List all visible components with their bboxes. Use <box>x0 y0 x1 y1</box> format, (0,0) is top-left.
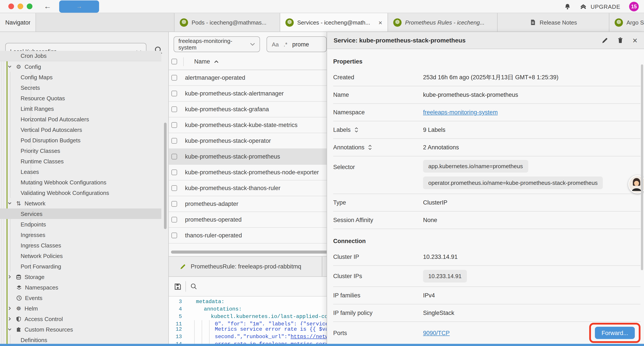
table-row[interactable]: kube-prometheus-stack-prometheus-node-ex… <box>169 165 331 180</box>
row-checkbox[interactable] <box>172 138 177 144</box>
tab-prometheus-rules[interactable]: ☸ Prometheus Rules - icecheng... <box>388 13 498 31</box>
forward-arrow-icon[interactable]: → <box>59 0 99 12</box>
bell-icon[interactable] <box>564 3 571 10</box>
sort-ascending-icon[interactable] <box>214 60 219 63</box>
chevron-right-icon[interactable] <box>6 275 12 279</box>
maximize-window-button[interactable] <box>27 3 32 9</box>
row-checkbox[interactable] <box>172 122 177 128</box>
url-link[interactable]: https://netw <box>291 334 328 340</box>
table-row[interactable]: prometheus-adapter <box>169 196 331 212</box>
close-window-button[interactable] <box>8 3 14 9</box>
close-panel-icon[interactable]: × <box>632 36 638 44</box>
sidebar-group-access-control[interactable]: Access Control <box>0 314 161 324</box>
row-checkbox[interactable] <box>172 154 177 159</box>
sidebar-group-config[interactable]: ⚙ Config <box>0 61 161 72</box>
row-checkbox[interactable] <box>172 91 177 96</box>
namespace-link[interactable]: freeleaps-monitoring-system <box>423 109 498 116</box>
editor-search-icon[interactable] <box>190 283 197 290</box>
tab-pods[interactable]: ☸ Pods - icecheng@mathmas... <box>174 13 280 31</box>
table-row[interactable]: kube-prometheus-stack-operator <box>169 133 331 149</box>
table-row[interactable]: kube-prometheus-stack-kube-state-metrics <box>169 117 331 133</box>
sidebar-item-services[interactable]: Services <box>0 209 161 219</box>
close-tab-icon[interactable]: × <box>378 19 382 26</box>
sidebar-item-endpoints[interactable]: Endpoints <box>0 219 161 230</box>
sidebar-item-resource-quotas[interactable]: Resource Quotas <box>0 93 161 103</box>
edit-pencil-icon[interactable] <box>602 37 608 43</box>
chevron-right-icon[interactable] <box>6 317 12 321</box>
match-case-toggle[interactable]: Aa <box>272 41 279 47</box>
sidebar-item-priority-classes[interactable]: Priority Classes <box>0 145 161 156</box>
row-checkbox[interactable] <box>172 75 177 81</box>
table-row-selected[interactable]: kube-prometheus-stack-prometheus <box>169 149 331 165</box>
select-all-checkbox[interactable] <box>172 59 177 64</box>
sidebar-item-namespaces[interactable]: Namespaces <box>0 282 161 293</box>
table-row[interactable]: alertmanager-operated <box>169 70 331 86</box>
sidebar-item-limit-ranges[interactable]: Limit Ranges <box>0 103 161 114</box>
tab-argo[interactable]: ☸ Argo Se <box>609 13 644 31</box>
table-row[interactable]: kube-prometheus-stack-grafana <box>169 102 331 117</box>
port-link-9090[interactable]: 9090/TCP <box>423 330 450 336</box>
sidebar-item-cron-jobs[interactable]: Cron Jobs <box>0 51 161 61</box>
table-row[interactable]: kube-prometheus-stack-thanos-ruler <box>169 180 331 196</box>
table-row[interactable]: kube-prometheus-stack-alertmanager <box>169 86 331 102</box>
sidebar-item-port-forwarding[interactable]: Port Forwarding <box>0 261 161 272</box>
sidebar-item-events[interactable]: Events <box>0 293 161 303</box>
sidebar-item-vertical-pod-autoscalers[interactable]: Vertical Pod Autoscalers <box>0 124 161 135</box>
row-checkbox[interactable] <box>172 169 177 175</box>
sidebar-group-helm[interactable]: ☸ Helm <box>0 303 161 314</box>
filter-search-input[interactable]: Aa .* prome <box>266 36 326 52</box>
sidebar-item-validating-webhook-configurations[interactable]: Validating Webhook Configurations <box>0 187 161 198</box>
sidebar-item-network-policies[interactable]: Network Policies <box>0 251 161 261</box>
trash-icon[interactable] <box>617 37 624 44</box>
sidebar-item-leases[interactable]: Leases <box>0 166 161 177</box>
table-row[interactable]: thanos-ruler-operated <box>169 228 331 244</box>
sidebar-item-runtime-classes[interactable]: Runtime Classes <box>0 156 161 166</box>
sidebar-item-mutating-webhook-configurations[interactable]: Mutating Webhook Configurations <box>0 177 161 187</box>
sidebar-group-storage[interactable]: Storage <box>0 272 161 282</box>
chevron-down-icon[interactable] <box>6 327 12 332</box>
sidebar-item-ingresses[interactable]: Ingresses <box>0 230 161 240</box>
detail-scrollbar[interactable] <box>641 64 643 270</box>
row-checkbox[interactable] <box>172 106 177 112</box>
minimize-window-button[interactable] <box>18 3 23 9</box>
kubernetes-icon: ☸ <box>180 18 188 26</box>
sidebar-item-pod-disruption-budgets[interactable]: Pod Disruption Budgets <box>0 135 161 145</box>
chevron-down-icon[interactable] <box>6 201 12 205</box>
tab-release-notes[interactable]: Release Notes <box>498 13 609 31</box>
expand-collapse-icon[interactable] <box>354 127 358 133</box>
upgrade-button[interactable]: UPGRADE <box>580 3 620 10</box>
sidebar-item-definitions[interactable]: Definitions <box>0 335 161 344</box>
back-arrow-icon[interactable]: ← <box>44 2 51 11</box>
forward-button[interactable]: Forward... <box>595 327 635 339</box>
name-column-header[interactable]: Name <box>194 58 210 65</box>
document-icon <box>530 19 536 26</box>
chevron-down-icon[interactable] <box>6 64 12 69</box>
editor-tab-prometheusrule[interactable]: PrometheusRule: freeleaps-prod-rabbitmq <box>169 257 322 276</box>
chevron-right-icon[interactable] <box>6 306 12 311</box>
sidebar-item-ingress-classes[interactable]: Ingress Classes <box>0 240 161 251</box>
sidebar-scrollbar[interactable] <box>164 123 166 229</box>
notification-badge[interactable]: 15 <box>629 2 639 11</box>
code-line: annotations: <box>204 306 242 312</box>
row-checkbox[interactable] <box>172 217 177 223</box>
row-checkbox[interactable] <box>172 185 177 191</box>
regex-toggle[interactable]: .* <box>284 41 287 47</box>
row-checkbox[interactable] <box>172 201 177 207</box>
row-checkbox[interactable] <box>172 233 177 238</box>
namespace-selector[interactable]: freeleaps-monitoring-system <box>174 36 260 52</box>
sidebar-group-network[interactable]: ⇅ Network <box>0 198 161 209</box>
kubernetes-icon: ☸ <box>393 18 402 26</box>
column-divider <box>183 57 184 66</box>
navigator-sidebar: Local Kubeconfigs Cron Jobs ⚙ Config <box>0 32 169 344</box>
save-icon[interactable] <box>174 283 182 290</box>
tab-navigator[interactable]: Navigator <box>0 13 36 31</box>
sidebar-item-config-maps[interactable]: Config Maps <box>0 72 161 82</box>
table-row[interactable]: prometheus-operated <box>169 212 331 228</box>
tab-strip: Navigator ☸ Pods - icecheng@mathmas... ☸… <box>0 13 644 32</box>
sidebar-item-secrets[interactable]: Secrets <box>0 82 161 93</box>
sidebar-item-horizontal-pod-autoscalers[interactable]: Horizontal Pod Autoscalers <box>0 114 161 124</box>
horizontal-scrollbar[interactable] <box>171 251 330 254</box>
expand-collapse-icon[interactable] <box>368 144 372 151</box>
tab-services[interactable]: ☸ Services - icecheng@math... × <box>280 13 388 31</box>
sidebar-group-custom-resources[interactable]: Custom Resources <box>0 324 161 335</box>
